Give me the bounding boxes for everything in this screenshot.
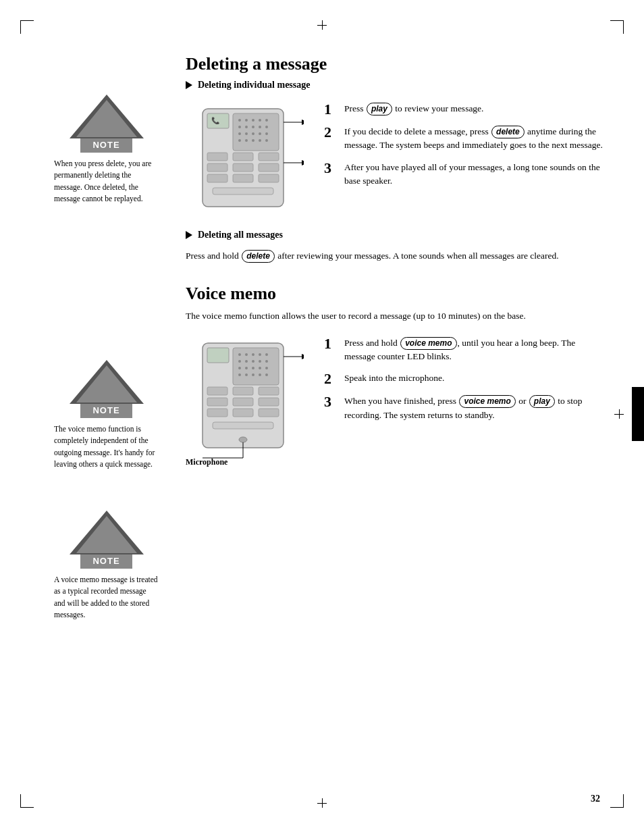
svg-point-56 <box>245 373 248 376</box>
svg-point-40 <box>238 353 241 356</box>
note-label-3: NOTE <box>80 553 132 569</box>
note-text-2: The voice memo function is completely in… <box>54 423 159 470</box>
note-text-3: A voice memo message is treated as a typ… <box>54 574 159 621</box>
subsection2-label: Deleting all messages <box>198 230 283 240</box>
note-label-2: NOTE <box>80 403 132 418</box>
delete-button-2: delete <box>242 250 275 263</box>
svg-rect-29 <box>233 174 253 182</box>
right-tab <box>632 387 644 441</box>
svg-marker-73 <box>302 354 304 359</box>
phone-svg-2 <box>186 333 304 468</box>
svg-marker-37 <box>302 160 304 165</box>
tri-bullet-1 <box>186 81 192 89</box>
device-illustration-2: Microphone <box>186 333 314 471</box>
svg-point-6 <box>265 119 268 122</box>
svg-point-45 <box>238 360 241 363</box>
svg-rect-27 <box>233 153 253 161</box>
svg-marker-35 <box>302 120 304 125</box>
note-triangle-inner-1 <box>76 100 137 137</box>
svg-rect-62 <box>207 398 227 406</box>
step-number-1-1: 1 <box>324 102 338 117</box>
note-triangle-inner-2 <box>76 365 137 403</box>
subsection1-label: Deleting individual message <box>198 80 310 90</box>
svg-rect-32 <box>259 174 279 182</box>
step-text-1-1: Press play to review your message. <box>344 102 484 115</box>
step-number-1-3: 3 <box>324 161 338 176</box>
step-1-1: 1 Press play to review your message. <box>324 102 603 117</box>
corner-mark-tr <box>610 20 624 34</box>
steps-area-1: 📞 <box>186 99 603 219</box>
svg-point-12 <box>238 132 241 135</box>
cross-bottom <box>317 798 327 808</box>
note-box-3: NOTE A voice memo message is treated as … <box>53 511 161 621</box>
subsection1-header: Deleting individual message <box>186 80 603 90</box>
play-button-2: play <box>529 395 555 408</box>
svg-rect-26 <box>207 174 227 182</box>
svg-rect-33 <box>213 188 273 195</box>
step-number-1-2: 2 <box>324 125 338 140</box>
microphone-label: Microphone <box>186 457 227 467</box>
page-layout: NOTE When you press delete, you are perm… <box>41 41 603 787</box>
step-2-2: 2 Speak into the microphone. <box>324 371 603 386</box>
tri-bullet-2 <box>186 231 192 239</box>
svg-point-9 <box>252 126 254 128</box>
note-box-1: NOTE When you press delete, you are perm… <box>53 95 161 205</box>
svg-rect-70 <box>213 422 273 429</box>
svg-point-20 <box>259 139 261 142</box>
svg-rect-61 <box>207 387 227 395</box>
svg-text:📞: 📞 <box>211 116 220 125</box>
delete-button-1: delete <box>491 126 525 138</box>
svg-point-2 <box>238 119 241 122</box>
voice-memo-section: Voice memo The voice memo function allow… <box>186 284 603 471</box>
step-2-3: 3 When you have finished, press voice me… <box>324 394 603 422</box>
step-number-2-3: 3 <box>324 394 338 409</box>
svg-point-3 <box>245 119 248 122</box>
step-text-2-3: When you have finished, press voice memo… <box>344 394 603 422</box>
cross-top <box>317 20 327 30</box>
page-number: 32 <box>591 794 600 804</box>
svg-point-18 <box>245 139 248 142</box>
svg-point-7 <box>238 126 241 128</box>
voice-memo-desc: The voice memo function allows the user … <box>186 309 603 323</box>
step-number-2-2: 2 <box>324 371 338 386</box>
svg-rect-64 <box>233 387 253 395</box>
svg-point-50 <box>238 367 241 369</box>
main-content: Deleting a message Deleting individual m… <box>172 41 603 787</box>
svg-point-55 <box>238 373 241 376</box>
note-triangle-inner-3 <box>76 516 137 553</box>
steps-column-2: 1 Press and hold voice memo, until you h… <box>324 333 603 471</box>
svg-rect-24 <box>207 153 227 161</box>
svg-point-42 <box>252 353 254 356</box>
svg-point-48 <box>259 360 261 363</box>
step-text-2-2: Speak into the microphone. <box>344 371 444 385</box>
note-triangle-3 <box>70 511 144 554</box>
svg-rect-65 <box>233 398 253 406</box>
step-1-3: 3 After you have played all of your mess… <box>324 161 603 188</box>
svg-point-49 <box>265 360 268 363</box>
svg-point-16 <box>265 132 268 135</box>
voice-memo-button-2: voice memo <box>459 395 515 408</box>
svg-point-10 <box>259 126 261 128</box>
svg-rect-30 <box>259 153 279 161</box>
device-illustration-1: 📞 <box>186 99 314 219</box>
svg-point-19 <box>252 139 254 142</box>
svg-point-46 <box>245 360 248 363</box>
svg-rect-66 <box>233 409 253 417</box>
step-number-2-1: 1 <box>324 336 338 351</box>
play-button-1: play <box>367 103 392 115</box>
svg-point-17 <box>238 139 241 142</box>
note-triangle-2 <box>70 360 144 404</box>
svg-point-58 <box>259 373 261 376</box>
corner-mark-bl <box>20 794 34 808</box>
step-text-1-3: After you have played all of your messag… <box>344 161 603 188</box>
svg-point-21 <box>265 139 268 142</box>
subsection2-header: Deleting all messages <box>186 230 603 240</box>
svg-rect-25 <box>207 163 227 172</box>
svg-rect-67 <box>259 387 279 395</box>
step-2-1: 1 Press and hold voice memo, until you h… <box>324 336 603 364</box>
sidebar: NOTE When you press delete, you are perm… <box>41 41 172 787</box>
svg-rect-28 <box>233 163 253 172</box>
step-text-1-2: If you decide to delete a message, press… <box>344 125 603 153</box>
svg-point-52 <box>252 367 254 369</box>
section2-title: Voice memo <box>186 284 603 304</box>
